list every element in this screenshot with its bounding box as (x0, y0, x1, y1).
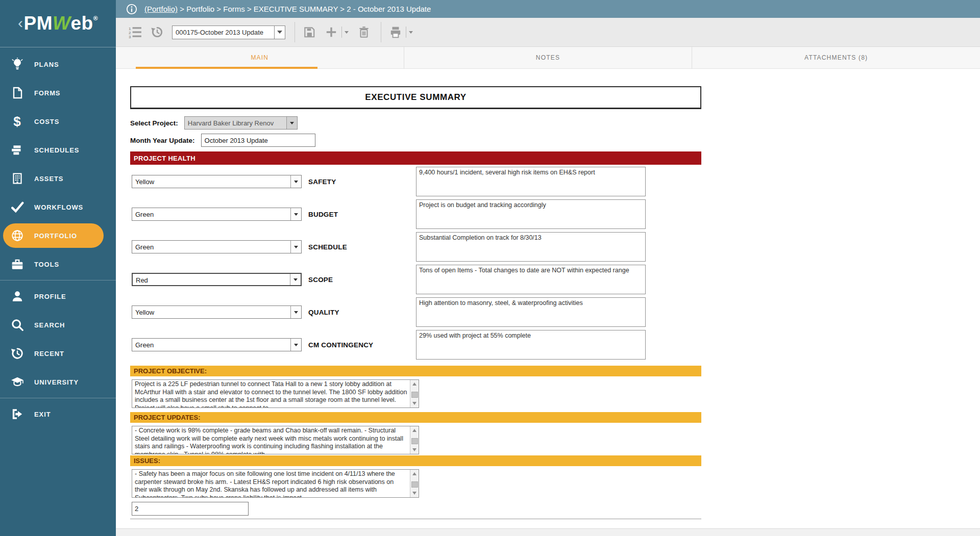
numbered-list-icon[interactable]: 123 (128, 25, 142, 39)
pmweb-logo[interactable]: ‹PMWeb® (0, 0, 116, 47)
safety-status-select[interactable]: Yellow (132, 175, 302, 188)
add-button-group (324, 25, 349, 39)
exit-icon (10, 407, 24, 421)
print-button-group (388, 25, 413, 39)
print-options-chevron-icon[interactable] (409, 31, 413, 34)
cm-contingency-status-value: Green (132, 339, 290, 351)
project-updates-text[interactable]: - Concrete work is 98% complete - grade … (132, 426, 410, 454)
project-health-header: PROJECT HEALTH (130, 151, 701, 165)
history-icon (10, 347, 24, 361)
scrollbar-thumb[interactable] (411, 481, 418, 488)
sidebar-item-schedules[interactable]: SCHEDULES (0, 136, 116, 164)
schedule-status-select[interactable]: Green (132, 240, 302, 253)
project-objective-text[interactable]: Project is a 225 LF pedestrian tunnel to… (132, 380, 410, 407)
schedule-dropdown-button[interactable] (290, 241, 301, 253)
svg-text:3: 3 (129, 35, 131, 39)
select-project-row: Select Project: Harvard Baker Library Re… (130, 116, 980, 130)
tab-attachments[interactable]: ATTACHMENTS (8) (692, 47, 980, 68)
sidebar-item-tools[interactable]: TOOLS (0, 250, 116, 278)
scope-label: SCOPE (308, 276, 413, 284)
quality-dropdown-button[interactable] (290, 306, 301, 318)
quality-comment-box[interactable]: High attention to masonry, steel, & wate… (416, 297, 646, 327)
sidebar-item-costs[interactable]: $ COSTS (0, 107, 116, 136)
scrollbar[interactable] (410, 470, 419, 497)
scope-status-select[interactable]: Red (132, 273, 302, 286)
sidebar-item-label: ASSETS (34, 175, 63, 183)
sidebar-item-label: RECENT (34, 350, 64, 358)
record-selector[interactable]: 000175-October 2013 Update (172, 25, 285, 39)
add-options-chevron-icon[interactable] (345, 31, 349, 34)
issues-textarea[interactable]: - Safety has been a major focus on site … (132, 469, 419, 498)
scroll-down-icon[interactable] (411, 490, 419, 497)
breadcrumb-portfolio-link[interactable]: (Portfolio) (144, 5, 178, 13)
project-updates-textarea[interactable]: - Concrete work is 98% complete - grade … (132, 426, 419, 454)
scrollbar-thumb[interactable] (411, 392, 418, 398)
horizontal-scrollbar[interactable] (116, 528, 980, 536)
schedule-comment-box[interactable]: Substantial Completion on track for 8/30… (416, 232, 646, 262)
safety-dropdown-button[interactable] (290, 175, 301, 188)
scrollbar-thumb[interactable] (411, 438, 418, 444)
quality-status-select[interactable]: Yellow (132, 305, 302, 319)
month-year-input[interactable] (201, 134, 315, 147)
issues-text[interactable]: - Safety has been a major focus on site … (132, 470, 410, 497)
sidebar-item-assets[interactable]: ASSETS (0, 164, 116, 193)
scope-status-value: Red (133, 274, 290, 285)
budget-label: BUDGET (308, 211, 413, 218)
print-icon[interactable] (388, 25, 402, 39)
sidebar-item-exit[interactable]: EXIT (0, 400, 116, 428)
sidebar-item-profile[interactable]: PROFILE (0, 282, 116, 311)
sidebar-item-forms[interactable]: FORMS (0, 79, 116, 107)
sidebar-divider (0, 398, 116, 398)
cm-contingency-dropdown-button[interactable] (290, 339, 301, 351)
info-icon[interactable] (126, 4, 137, 15)
magnifier-icon (10, 318, 24, 332)
record-selector-dropdown-button[interactable] (274, 25, 285, 39)
cm-contingency-comment-box[interactable]: 29% used with project at 55% complete (416, 330, 646, 360)
bars-icon (10, 143, 24, 157)
sidebar-item-plans[interactable]: PLANS (0, 50, 116, 79)
scrollbar-track[interactable] (411, 477, 419, 490)
cm-contingency-status-select[interactable]: Green (132, 338, 302, 351)
sidebar-item-label: PORTFOLIO (34, 232, 77, 240)
history-icon[interactable] (150, 25, 164, 39)
scope-comment-box[interactable]: Tons of open Items - Total changes to da… (416, 265, 646, 294)
sidebar-item-label: EXIT (34, 411, 51, 418)
revision-number-input[interactable] (132, 502, 249, 516)
toolbar-divider (381, 22, 381, 42)
select-project-dropdown[interactable]: Harvard Baker Library Renov (184, 116, 298, 130)
sidebar-item-university[interactable]: UNIVERSITY (0, 368, 116, 396)
safety-comment-box[interactable]: 9,400 hours/1 incident, several high ris… (416, 167, 646, 196)
budget-dropdown-button[interactable] (290, 208, 301, 220)
scroll-down-icon[interactable] (411, 446, 419, 453)
tab-notes[interactable]: NOTES (404, 47, 692, 68)
safety-status-value: Yellow (132, 175, 290, 188)
scrollbar[interactable] (410, 380, 419, 407)
form-content: EXECUTIVE SUMMARY Select Project: Harvar… (116, 69, 980, 536)
project-objective-textarea[interactable]: Project is a 225 LF pedestrian tunnel to… (132, 379, 419, 408)
scroll-down-icon[interactable] (411, 400, 419, 407)
scroll-up-icon[interactable] (411, 470, 419, 477)
logo-eb: eb (70, 13, 93, 34)
sidebar-item-recent[interactable]: RECENT (0, 339, 116, 368)
delete-icon[interactable] (357, 25, 371, 39)
save-icon[interactable] (302, 25, 316, 39)
sidebar-item-workflows[interactable]: WORKFLOWS (0, 193, 116, 221)
budget-status-select[interactable]: Green (132, 208, 302, 221)
sidebar-item-label: WORKFLOWS (34, 203, 83, 211)
scroll-up-icon[interactable] (411, 427, 419, 434)
add-icon[interactable] (324, 25, 338, 39)
budget-comment-box[interactable]: Project is on budget and tracking accord… (416, 199, 646, 229)
select-project-dropdown-button[interactable] (286, 117, 297, 129)
scope-dropdown-button[interactable] (290, 274, 301, 285)
scrollbar-track[interactable] (411, 388, 419, 400)
scrollbar-track[interactable] (411, 434, 419, 446)
scrollbar[interactable] (410, 426, 419, 454)
tab-label: MAIN (251, 54, 268, 61)
sidebar-item-portfolio[interactable]: PORTFOLIO (3, 223, 104, 248)
tab-label: NOTES (536, 54, 560, 61)
sidebar-item-search[interactable]: SEARCH (0, 311, 116, 339)
scroll-up-icon[interactable] (411, 380, 419, 388)
breadcrumb: (Portfolio) > Portfolio > Forms > EXECUT… (144, 5, 431, 13)
tab-main[interactable]: MAIN (116, 47, 404, 68)
chevron-down-icon (294, 213, 298, 216)
